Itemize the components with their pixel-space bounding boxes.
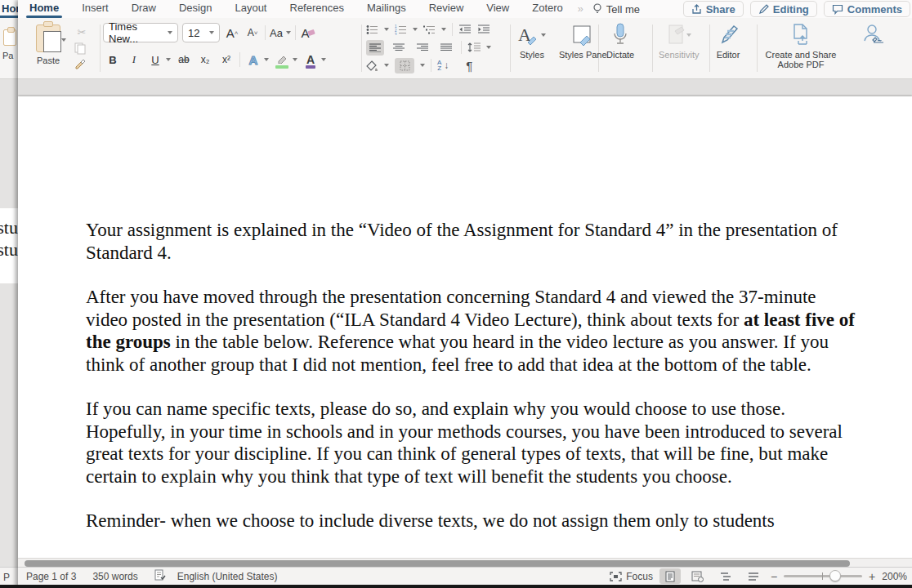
page-indicator[interactable]: Page 1 of 3 bbox=[18, 571, 84, 582]
print-layout-view-button[interactable] bbox=[659, 568, 681, 584]
tab-overflow-icon[interactable]: ›› bbox=[574, 3, 586, 15]
share-button[interactable]: Share bbox=[683, 1, 744, 17]
comments-label: Comments bbox=[847, 3, 902, 16]
bullets-dropdown-icon[interactable] bbox=[384, 28, 389, 31]
highlight-button[interactable] bbox=[274, 52, 290, 67]
line-spacing-button[interactable] bbox=[467, 42, 481, 52]
text-effects-dropdown-icon[interactable] bbox=[264, 58, 269, 61]
editor-label: Editor bbox=[717, 50, 740, 60]
document-page[interactable]: Your assignment is explained in the “Vid… bbox=[18, 96, 912, 568]
web-layout-view-button[interactable] bbox=[687, 568, 709, 584]
background-home-tab-fragment[interactable]: Hor bbox=[2, 2, 18, 15]
grow-font-button[interactable]: A˄ bbox=[224, 25, 240, 40]
create-share-adobe-pdf-button[interactable]: Create and Share Adobe PDF bbox=[760, 21, 842, 71]
paste-button[interactable]: Paste bbox=[29, 24, 67, 65]
zoom-slider[interactable] bbox=[784, 575, 862, 577]
copy-button[interactable] bbox=[74, 42, 87, 55]
tell-me-control[interactable]: Tell me bbox=[586, 3, 646, 16]
text-run: If you can name specific texts, please d… bbox=[86, 399, 843, 487]
numbering-dropdown-icon[interactable] bbox=[413, 28, 418, 31]
styles-pane-label: Styles Pane bbox=[559, 50, 607, 60]
superscript-button[interactable]: x² bbox=[218, 52, 235, 67]
word-count[interactable]: 350 words bbox=[84, 571, 145, 582]
shading-button[interactable] bbox=[366, 60, 378, 71]
increase-indent-button[interactable] bbox=[477, 24, 490, 34]
background-window[interactable]: Hor Pa stustu P bbox=[0, 0, 18, 588]
decrease-indent-button[interactable] bbox=[458, 24, 472, 34]
tab-zotero[interactable]: Zotero bbox=[521, 0, 574, 18]
zoom-out-button[interactable]: − bbox=[771, 570, 777, 583]
tab-insert[interactable]: Insert bbox=[70, 0, 120, 18]
shrink-font-button[interactable]: A˅ bbox=[244, 25, 261, 40]
subscript-button[interactable]: x₂ bbox=[197, 52, 213, 67]
language-indicator[interactable]: English (United States) bbox=[169, 571, 286, 582]
sensitivity-button[interactable]: Sensitivity bbox=[655, 21, 703, 61]
numbering-button[interactable]: 123 bbox=[395, 24, 407, 35]
editing-button[interactable]: Editing bbox=[750, 1, 817, 17]
zoom-slider-thumb[interactable] bbox=[829, 570, 841, 581]
document-text[interactable]: Your assignment is explained in the “Vid… bbox=[86, 219, 856, 555]
justify-button[interactable] bbox=[437, 43, 455, 52]
tab-review[interactable]: Review bbox=[418, 0, 476, 18]
multilevel-dropdown-icon[interactable] bbox=[441, 28, 446, 31]
line-spacing-dropdown-icon[interactable] bbox=[486, 46, 491, 49]
focus-toggle[interactable]: Focus bbox=[610, 571, 653, 582]
comments-button[interactable]: Comments bbox=[824, 1, 910, 17]
tab-references[interactable]: References bbox=[279, 0, 355, 18]
font-name-value: Times New... bbox=[109, 20, 168, 45]
sort-button[interactable]: AZ bbox=[437, 60, 441, 71]
font-color-dropdown-icon[interactable] bbox=[321, 58, 326, 61]
align-right-button[interactable] bbox=[414, 43, 431, 52]
highlight-dropdown-icon[interactable] bbox=[293, 58, 297, 61]
strikethrough-button[interactable]: ab bbox=[176, 52, 192, 67]
dictate-label: Dictate bbox=[606, 50, 634, 60]
tab-draw[interactable]: Draw bbox=[120, 0, 168, 18]
draft-view-button[interactable] bbox=[743, 568, 764, 584]
background-paste-label-fragment: Pa bbox=[2, 51, 13, 60]
styles-pane-button[interactable]: Styles Pane bbox=[556, 21, 610, 61]
align-left-button[interactable] bbox=[366, 40, 384, 56]
borders-button[interactable] bbox=[395, 58, 414, 74]
font-color-button[interactable]: A bbox=[302, 52, 319, 67]
background-page-fragment: stustu bbox=[0, 208, 18, 283]
italic-button[interactable]: I bbox=[126, 52, 142, 67]
outline-view-button[interactable] bbox=[715, 568, 736, 584]
bold-button[interactable]: B bbox=[105, 52, 121, 67]
tab-design[interactable]: Design bbox=[168, 0, 223, 18]
underline-dropdown-icon[interactable] bbox=[166, 58, 171, 61]
tab-home[interactable]: Home bbox=[18, 0, 70, 18]
background-text-fragment: stu bbox=[0, 216, 18, 238]
proofing-status-icon[interactable] bbox=[146, 569, 169, 583]
editor-icon bbox=[716, 23, 740, 47]
chevron-down-icon bbox=[168, 31, 172, 34]
zoom-level[interactable]: 200% bbox=[882, 571, 907, 582]
bullets-button[interactable] bbox=[366, 24, 378, 35]
align-center-button[interactable] bbox=[390, 43, 408, 52]
format-painter-icon[interactable] bbox=[74, 57, 87, 69]
text-effects-button[interactable]: A bbox=[245, 52, 262, 67]
styles-button[interactable]: A Styles bbox=[515, 21, 549, 61]
font-size-select[interactable]: 12 bbox=[182, 23, 220, 42]
cut-button[interactable]: ✂ bbox=[74, 24, 90, 39]
request-signatures-button[interactable] bbox=[847, 21, 901, 71]
dictate-button[interactable]: Dictate bbox=[603, 21, 637, 61]
font-name-select[interactable]: Times New... bbox=[103, 23, 178, 42]
brush-icon bbox=[526, 32, 539, 45]
underline-button[interactable]: U bbox=[147, 52, 163, 67]
styles-group: A Styles Styles Pane bbox=[515, 21, 610, 61]
comment-icon bbox=[832, 4, 843, 15]
clear-formatting-button[interactable]: A bbox=[300, 25, 316, 40]
tab-layout[interactable]: Layout bbox=[223, 0, 278, 18]
show-paragraph-marks-button[interactable]: ¶ bbox=[461, 58, 477, 73]
multilevel-list-button[interactable] bbox=[423, 24, 436, 35]
shading-dropdown-icon[interactable] bbox=[384, 64, 389, 67]
horizontal-scrollbar-thumb[interactable] bbox=[25, 560, 850, 567]
paste-dropdown-icon[interactable] bbox=[61, 38, 66, 42]
borders-dropdown-icon[interactable] bbox=[420, 64, 425, 67]
tab-view[interactable]: View bbox=[475, 0, 521, 18]
change-case-button[interactable]: Aa bbox=[270, 25, 291, 40]
zoom-in-button[interactable]: + bbox=[869, 570, 875, 583]
document-canvas[interactable]: Your assignment is explained in the “Vid… bbox=[18, 79, 912, 568]
tab-mailings[interactable]: Mailings bbox=[355, 0, 418, 18]
editor-button[interactable]: Editor bbox=[713, 21, 744, 61]
